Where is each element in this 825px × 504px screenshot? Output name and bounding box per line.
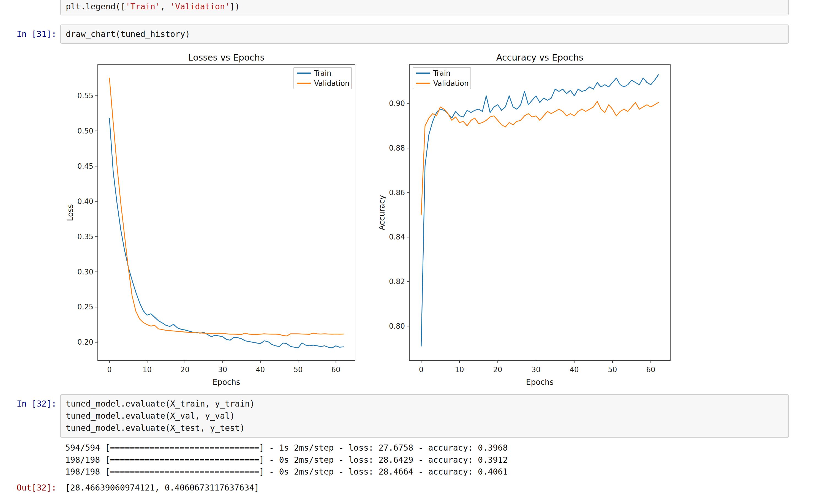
code-line: tuned_model.evaluate(X_val, y_val) [66, 410, 788, 422]
code-cell-input-previous[interactable]: plt.legend(['Train', 'Validation']) [60, 0, 789, 15]
svg-text:0.84: 0.84 [389, 233, 405, 241]
stream-output: 594/594 [==============================]… [65, 442, 508, 478]
input-prompt-32: In [32]: [0, 398, 57, 410]
code-line: tuned_model.evaluate(X_train, y_train) [66, 398, 788, 410]
svg-text:60: 60 [646, 366, 656, 374]
svg-text:0: 0 [419, 366, 424, 374]
output-value: [28.46639060974121, 0.4060673117637634] [65, 482, 259, 494]
svg-text:0.88: 0.88 [389, 144, 405, 152]
code-cell-input-32[interactable]: tuned_model.evaluate(X_train, y_train)tu… [60, 394, 789, 438]
svg-text:20: 20 [493, 366, 502, 374]
svg-text:0.82: 0.82 [389, 278, 405, 286]
svg-text:50: 50 [608, 366, 617, 374]
progress-line: 198/198 [==============================]… [65, 466, 508, 478]
code-line: draw_chart(tuned_history) [66, 28, 788, 40]
input-prompt-31: In [31]: [0, 28, 57, 40]
code-block: tuned_model.evaluate(X_train, y_train)tu… [66, 398, 788, 434]
code-line: plt.legend(['Train', 'Validation']) [66, 1, 788, 13]
svg-text:Accuracy vs Epochs: Accuracy vs Epochs [496, 52, 584, 63]
svg-text:30: 30 [532, 366, 541, 374]
svg-text:0.90: 0.90 [389, 99, 405, 107]
notebook-page: plt.legend(['Train', 'Validation']) In [… [0, 0, 825, 504]
code-cell-input-31[interactable]: draw_chart(tuned_history) [60, 24, 789, 44]
accuracy-chart: 01020304050600.800.820.840.860.880.90Acc… [65, 51, 685, 393]
output-prompt-32: Out[32]: [0, 482, 57, 494]
progress-line: 198/198 [==============================]… [65, 454, 508, 466]
svg-text:Epochs: Epochs [526, 378, 553, 387]
svg-text:Accuracy: Accuracy [377, 195, 386, 230]
svg-text:0.80: 0.80 [389, 322, 405, 330]
svg-text:Train: Train [433, 69, 450, 77]
svg-text:40: 40 [570, 366, 579, 374]
figure-output: 01020304050600.200.250.300.350.400.450.5… [65, 51, 685, 393]
progress-line: 594/594 [==============================]… [65, 442, 508, 454]
code-line: tuned_model.evaluate(X_test, y_test) [66, 422, 788, 434]
svg-text:Validation: Validation [433, 79, 468, 87]
svg-text:0.86: 0.86 [389, 189, 405, 197]
svg-text:10: 10 [455, 366, 464, 374]
